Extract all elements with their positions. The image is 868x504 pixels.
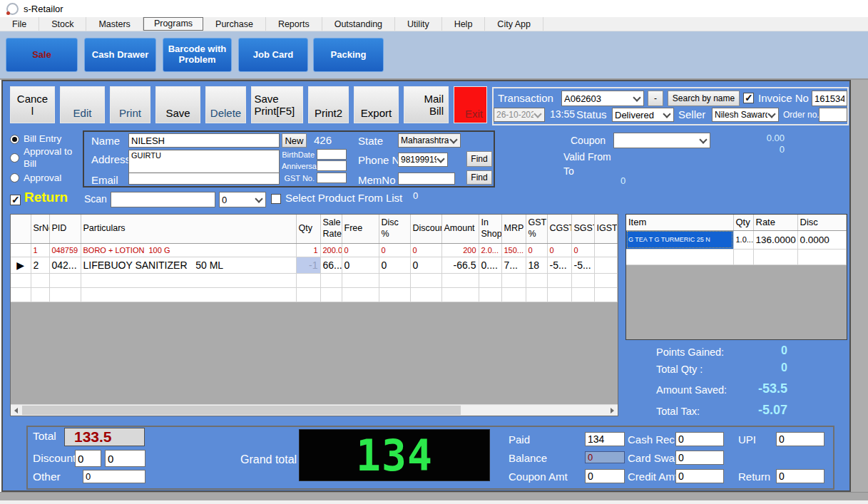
- discount-pct-input[interactable]: [75, 450, 101, 467]
- print2-button[interactable]: Print2: [308, 86, 349, 123]
- radio-approval-label[interactable]: Approval: [24, 173, 61, 183]
- cell-in-shop[interactable]: 0....: [479, 257, 501, 273]
- exit-button[interactable]: Exit: [454, 86, 487, 123]
- row-selector-cell[interactable]: ▶: [11, 257, 31, 273]
- job-card-button[interactable]: Job Card: [238, 38, 308, 72]
- menu-stock[interactable]: Stock: [39, 17, 86, 31]
- cell-rate[interactable]: 136.0000: [753, 230, 797, 249]
- list-count-combo[interactable]: 0: [219, 192, 266, 207]
- select-product-checkbox[interactable]: [271, 194, 281, 204]
- cell-particulars[interactable]: LIFEBUOY SANITIZER 50 ML: [81, 257, 296, 273]
- menu-utility[interactable]: Utility: [395, 17, 442, 31]
- menu-masters[interactable]: Masters: [86, 17, 143, 31]
- phone-combo[interactable]: 981999192: [398, 153, 448, 167]
- scrollbar-thumb[interactable]: [22, 406, 461, 415]
- export-button[interactable]: Export: [354, 86, 399, 123]
- find-memno-button[interactable]: Find: [466, 170, 492, 185]
- status-combo[interactable]: Delivered: [612, 108, 674, 122]
- cell-disc-pct[interactable]: 0: [379, 243, 410, 257]
- scroll-right-icon[interactable]: [607, 405, 618, 416]
- email-input[interactable]: [128, 173, 280, 185]
- return-amt-input[interactable]: [776, 469, 824, 483]
- cell-sgst[interactable]: -5...: [571, 257, 594, 273]
- card-swap-input[interactable]: [675, 451, 724, 465]
- return-checkbox[interactable]: [10, 195, 21, 205]
- cell-sale-rate[interactable]: 200.0...: [320, 243, 342, 257]
- cell-igst[interactable]: [594, 243, 618, 257]
- barcode-with-problem-button[interactable]: Barcode with Problem: [163, 38, 232, 72]
- cell-qty[interactable]: 1.0...: [733, 230, 753, 249]
- cell-qty-selected[interactable]: -1: [296, 257, 320, 273]
- cell-particulars[interactable]: BORO + LOTION 100 G: [81, 243, 296, 257]
- save-print-button[interactable]: Save Print[F5]: [251, 86, 303, 123]
- cell-sgst[interactable]: 0: [571, 243, 594, 257]
- cell-mrp[interactable]: 7...: [501, 257, 526, 273]
- cell-srno[interactable]: 2: [31, 257, 49, 273]
- return-label[interactable]: Return: [24, 190, 68, 205]
- cash-rec-input[interactable]: [675, 432, 724, 446]
- invoice-checkbox[interactable]: [743, 93, 754, 103]
- menu-help[interactable]: Help: [442, 17, 486, 31]
- mail-bill-button[interactable]: Mail Bill: [404, 86, 449, 123]
- save-button[interactable]: Save: [155, 86, 200, 123]
- anniversary-input[interactable]: [317, 160, 347, 171]
- print-button[interactable]: Print: [110, 86, 150, 123]
- menu-programs[interactable]: Programs: [143, 17, 203, 31]
- cell-discount[interactable]: 0: [410, 243, 441, 257]
- cell-srno[interactable]: 1: [31, 243, 49, 257]
- cell-free[interactable]: 0: [342, 257, 379, 273]
- grid-row-current-item[interactable]: ▶ 2 042... LIFEBUOY SANITIZER 50 ML -1 6…: [11, 257, 618, 273]
- cell-mrp[interactable]: 150...: [501, 243, 526, 257]
- grid-row-return-item[interactable]: 1 048759 BORO + LOTION 100 G 1 200.0... …: [11, 243, 618, 257]
- menu-purchase[interactable]: Purchase: [203, 17, 266, 31]
- cell-free[interactable]: 0: [342, 243, 379, 257]
- select-product-label[interactable]: Select Product From List: [285, 192, 402, 204]
- invoice-no-input[interactable]: [812, 91, 847, 106]
- find-phone-button[interactable]: Find: [466, 151, 492, 167]
- new-customer-button[interactable]: New: [282, 133, 307, 148]
- cell-cgst[interactable]: 0: [547, 243, 571, 257]
- cell-in-shop[interactable]: 2.0...: [479, 243, 501, 257]
- cell-pid[interactable]: 042...: [49, 257, 81, 273]
- other-input[interactable]: [83, 470, 145, 483]
- horizontal-scrollbar[interactable]: [11, 404, 618, 416]
- cell-amount[interactable]: -66.5: [441, 257, 479, 273]
- memno-input[interactable]: [398, 173, 455, 185]
- coupon-combo[interactable]: [613, 133, 710, 148]
- cell-cgst[interactable]: -5...: [547, 257, 571, 273]
- order-no-input[interactable]: [819, 108, 847, 122]
- cell-sale-rate[interactable]: 66....: [320, 257, 342, 273]
- cell-gst-pct[interactable]: 0: [526, 243, 547, 257]
- coupon-amt-input[interactable]: [585, 469, 625, 483]
- edit-button[interactable]: Edit: [60, 86, 105, 123]
- row-selector-cell[interactable]: [11, 243, 31, 257]
- radio-bill-entry[interactable]: [10, 135, 19, 144]
- menu-file[interactable]: File: [0, 17, 39, 31]
- packing-button[interactable]: Packing: [313, 38, 384, 72]
- gst-no-input[interactable]: [317, 173, 347, 183]
- radio-approval-to-bill[interactable]: [10, 153, 19, 163]
- delete-button[interactable]: Delete: [205, 86, 246, 123]
- cell-discount[interactable]: 0: [410, 257, 441, 273]
- cell-disc-pct[interactable]: 0: [379, 257, 410, 273]
- upi-input[interactable]: [776, 432, 824, 446]
- menu-reports[interactable]: Reports: [266, 17, 322, 31]
- scroll-left-icon[interactable]: [11, 405, 21, 416]
- dash-button[interactable]: -: [648, 91, 663, 106]
- cell-disc[interactable]: 0.0000: [797, 230, 847, 249]
- date-combo[interactable]: 26-10-2021: [494, 108, 545, 122]
- sale-button[interactable]: Sale: [6, 38, 78, 72]
- search-by-name-button[interactable]: Search by name: [668, 91, 740, 106]
- radio-approval[interactable]: [10, 173, 19, 182]
- radio-approval-to-bill-label[interactable]: Approval to Bill: [24, 146, 75, 170]
- menu-outstanding[interactable]: Outstanding: [322, 17, 395, 31]
- cell-amount[interactable]: 200: [441, 243, 479, 257]
- transaction-number-combo[interactable]: A062603: [561, 91, 644, 106]
- menu-city-app[interactable]: City App: [485, 17, 543, 31]
- discount-amt-input[interactable]: [105, 450, 145, 467]
- scan-input[interactable]: [111, 192, 215, 207]
- cell-pid[interactable]: 048759: [49, 243, 81, 257]
- birthdate-input[interactable]: [317, 149, 347, 160]
- cash-drawer-button[interactable]: Cash Drawer: [84, 38, 156, 72]
- product-row-selected[interactable]: G TEA T G TURMERIC 25 N 1.0... 136.0000 …: [626, 230, 847, 249]
